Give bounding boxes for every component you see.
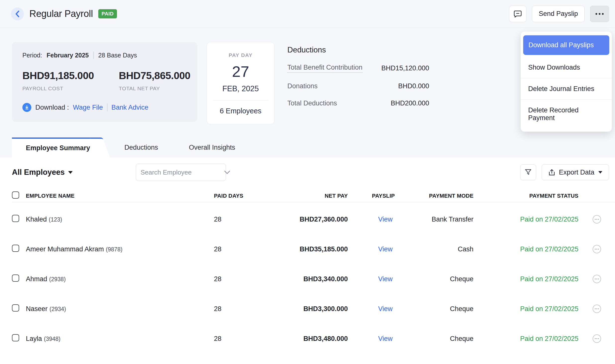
row-more-button[interactable]: [592, 334, 601, 343]
donations-value: BHD0.000: [398, 82, 429, 90]
payment-status: Paid on 27/02/2025: [473, 216, 578, 223]
payroll-cost-label: PAYROLL COST: [22, 86, 94, 91]
table-row[interactable]: Ameer Muhammad Akram(9878) 28 BHD35,185.…: [12, 234, 615, 264]
table-row[interactable]: Ahmad(2938) 28 BHD3,340.000 View Cheque …: [12, 264, 615, 294]
net-pay: BHD3,300.000: [274, 305, 348, 313]
ellipsis-circle-icon: [592, 274, 601, 283]
divider: [107, 103, 107, 111]
column-paid-days: PAID DAYS: [214, 193, 274, 199]
view-payslip-link[interactable]: View: [378, 275, 393, 283]
column-employee-name: EMPLOYEE NAME: [26, 193, 214, 199]
caret-down-icon: [598, 171, 602, 174]
funnel-icon: [524, 169, 532, 176]
ellipsis-circle-icon: [592, 215, 601, 224]
menu-item-delete-recorded-payment[interactable]: Delete Recorded Payment: [521, 99, 612, 129]
top-bar-right: Send Payslip: [509, 6, 609, 22]
filter-row: All Employees: [0, 157, 615, 181]
payroll-summary-card: Period: February 2025 28 Base Days BHD91…: [12, 42, 197, 122]
column-net-pay: NET PAY: [274, 193, 348, 199]
employee-name[interactable]: Khaled: [26, 216, 47, 223]
payroll-cost-value: BHD91,185.000: [22, 70, 94, 82]
period-row: Period: February 2025 28 Base Days: [22, 51, 187, 59]
net-pay: BHD27,360.000: [274, 216, 348, 223]
back-button[interactable]: [11, 7, 24, 20]
paid-days: 28: [214, 335, 274, 343]
total-deductions-label: Total Deductions: [287, 99, 337, 107]
deduction-row: Total Deductions BHD200.000: [287, 95, 429, 112]
download-icon: [22, 103, 31, 112]
total-benefit-contribution-value: BHD15,120.000: [381, 64, 429, 72]
tab-deductions[interactable]: Deductions: [109, 137, 173, 157]
total-benefit-contribution-label[interactable]: Total Benefit Contribution: [287, 64, 362, 73]
table-row[interactable]: Naseer(2934) 28 BHD3,300.000 View Cheque…: [12, 294, 615, 324]
view-payslip-link[interactable]: View: [378, 216, 393, 223]
filter-left: All Employees: [12, 164, 226, 181]
caret-down-icon: [68, 171, 73, 174]
menu-item-delete-journal-entries[interactable]: Delete Journal Entries: [521, 78, 612, 99]
chevron-left-icon: [15, 10, 20, 18]
employee-name[interactable]: Naseer: [26, 305, 48, 313]
send-payslip-button[interactable]: Send Payslip: [532, 6, 585, 22]
tab-bar: Employee Summary Deductions Overall Insi…: [0, 137, 615, 157]
row-more-button[interactable]: [592, 245, 601, 254]
paid-days: 28: [214, 275, 274, 283]
comments-button[interactable]: [509, 6, 526, 22]
row-more-button[interactable]: [592, 215, 601, 224]
tab-overall-insights[interactable]: Overall Insights: [173, 137, 251, 157]
column-payment-mode: PAYMENT MODE: [418, 193, 473, 199]
payment-mode: Cheque: [418, 275, 473, 283]
row-checkbox[interactable]: [12, 334, 19, 341]
table-row[interactable]: Khaled(123) 28 BHD27,360.000 View Bank T…: [12, 204, 615, 234]
tab-label: Deductions: [124, 144, 158, 151]
base-days: 28 Base Days: [98, 52, 137, 59]
row-more-button[interactable]: [592, 274, 601, 283]
total-net-pay-block: BHD75,865.000 TOTAL NET PAY: [119, 70, 191, 91]
row-checkbox[interactable]: [12, 245, 19, 252]
status-badge: PAID: [98, 9, 117, 18]
payment-mode: Bank Transfer: [418, 216, 473, 223]
view-payslip-link[interactable]: View: [378, 245, 393, 253]
menu-item-download-all-payslips[interactable]: Download all Payslips: [523, 35, 609, 55]
period-value: February 2025: [47, 52, 89, 59]
employee-name[interactable]: Layla: [26, 335, 42, 342]
export-data-button[interactable]: Export Data: [542, 164, 609, 180]
view-payslip-link[interactable]: View: [378, 335, 393, 342]
more-actions-button[interactable]: [590, 6, 609, 22]
filter-button[interactable]: [520, 164, 536, 180]
row-checkbox[interactable]: [12, 215, 19, 222]
net-pay: BHD3,340.000: [274, 275, 348, 283]
search-employee-input[interactable]: [141, 169, 224, 176]
payday-employee-count: 6 Employees: [212, 107, 269, 115]
bank-advice-link[interactable]: Bank Advice: [111, 104, 149, 111]
payment-mode: Cash: [418, 245, 473, 253]
select-all-checkbox[interactable]: [12, 191, 19, 199]
table-row[interactable]: Yazeed(2837) 28 BHD3,200.000 View Cheque…: [12, 354, 615, 364]
payment-mode: Cheque: [418, 305, 473, 313]
export-data-label: Export Data: [559, 169, 594, 176]
payday-card: PAY DAY 27 FEB, 2025 6 Employees: [207, 42, 274, 124]
payday-day: 27: [212, 63, 269, 80]
search-employee-box[interactable]: [136, 164, 226, 181]
all-employees-dropdown[interactable]: All Employees: [12, 168, 73, 177]
employee-name[interactable]: Ahmad: [26, 275, 47, 283]
tab-employee-summary[interactable]: Employee Summary: [12, 137, 100, 157]
wage-file-link[interactable]: Wage File: [73, 104, 103, 111]
row-checkbox[interactable]: [12, 274, 19, 282]
employee-id: (2938): [49, 276, 66, 282]
view-payslip-link[interactable]: View: [378, 305, 393, 313]
row-checkbox[interactable]: [12, 304, 19, 312]
tab-label: Employee Summary: [26, 144, 90, 152]
row-more-button[interactable]: [592, 304, 601, 313]
employee-name[interactable]: Ameer Muhammad Akram: [26, 245, 104, 253]
chat-bubble-icon: [513, 10, 522, 18]
payment-mode: Cheque: [418, 335, 473, 343]
table-row[interactable]: Layla(3948) 28 BHD3,480.000 View Cheque …: [12, 324, 615, 354]
deduction-row: Total Benefit Contribution BHD15,120.000: [287, 59, 429, 78]
download-label: Download :: [35, 104, 69, 111]
menu-item-show-downloads[interactable]: Show Downloads: [521, 57, 612, 78]
filter-right: Export Data: [520, 164, 609, 180]
paid-days: 28: [214, 245, 274, 253]
payment-status: Paid on 27/02/2025: [473, 245, 578, 253]
ellipsis-circle-icon: [592, 304, 601, 313]
column-payslip: PAYSLIP: [348, 193, 418, 199]
